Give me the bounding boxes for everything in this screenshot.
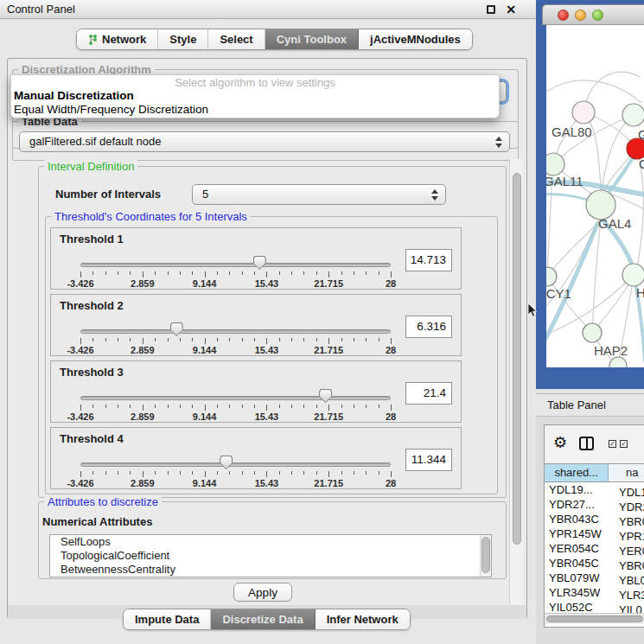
table-row[interactable]: YIL052CYIL0	[545, 601, 644, 613]
slider-tick	[180, 471, 181, 475]
slider-tick	[379, 338, 379, 341]
network-node[interactable]	[546, 267, 557, 286]
cell-name[interactable]: YLR3	[615, 589, 644, 602]
network-window-titlebar[interactable]	[542, 4, 644, 25]
network-canvas[interactable]: GAL80GACGAL11GAL4GCY1HHAP2	[546, 25, 644, 367]
threshold-value-field[interactable]: 6.316	[405, 316, 452, 338]
cell-shared-name[interactable]: YPR145W	[545, 527, 615, 540]
tab-select[interactable]: Select	[208, 29, 265, 49]
cell-shared-name[interactable]: YIL052C	[545, 601, 615, 613]
table-row[interactable]: YPR145WYPR1	[545, 527, 644, 542]
attribute-item-selfloops[interactable]: SelfLoops	[50, 535, 491, 549]
slider-tick	[328, 338, 329, 344]
algorithm-hint-option[interactable]: Select algorithm to view settings	[11, 75, 499, 89]
columns-icon[interactable]	[579, 437, 594, 450]
tab-infer-network[interactable]: Infer Network	[316, 609, 410, 629]
threshold-value-field[interactable]: 14.713	[405, 249, 452, 271]
algorithm-dropdown-popup: Select algorithm to view settings Manual…	[10, 74, 500, 118]
slider-thumb[interactable]	[170, 322, 183, 336]
tab-jactivemnodules[interactable]: jActiveMNodules	[359, 29, 472, 49]
cell-name[interactable]: YBR0	[615, 559, 644, 572]
slider-tick	[229, 271, 230, 275]
threshold-value-field[interactable]: 11.344	[405, 449, 452, 471]
numerical-attributes-label: Numerical Attributes	[42, 515, 152, 528]
cell-shared-name[interactable]: YDR27...	[545, 498, 615, 511]
cell-name[interactable]: YDL1	[615, 486, 644, 499]
numerical-attributes-list[interactable]: SelfLoopsTopologicalCoefficientBetweenne…	[49, 534, 492, 577]
network-icon	[88, 34, 98, 46]
float-window-icon[interactable]	[487, 5, 495, 14]
cell-shared-name[interactable]: YER054C	[545, 542, 615, 555]
checkbox-icon[interactable]: ✓	[609, 440, 616, 448]
network-node[interactable]	[583, 323, 602, 342]
list-scrollbar-thumb[interactable]	[481, 537, 490, 573]
panel-scrollbar[interactable]	[509, 159, 523, 605]
zoom-traffic-light[interactable]	[592, 10, 603, 21]
column-header-name[interactable]: na	[609, 464, 644, 481]
attributes-group-title: Attributes to discretize	[44, 495, 162, 508]
network-node[interactable]	[622, 104, 644, 126]
tab-impute-data[interactable]: Impute Data	[124, 609, 211, 629]
cell-shared-name[interactable]: YLR345W	[545, 586, 615, 599]
list-scrollbar[interactable]	[480, 535, 491, 577]
threshold-value-field[interactable]: 21.4	[405, 382, 452, 405]
slider-thumb[interactable]	[220, 456, 233, 469]
number-of-intervals-combobox[interactable]: 5	[192, 184, 446, 205]
table-row[interactable]: YBL079WYBL0	[545, 571, 644, 586]
table-row[interactable]: YLR345WYLR3	[545, 586, 644, 601]
cell-name[interactable]: YDR2	[615, 501, 644, 513]
combo-arrows-icon	[430, 188, 438, 202]
slider-tick	[354, 405, 354, 408]
slider-tick	[303, 338, 304, 341]
network-node[interactable]	[586, 190, 615, 220]
checkbox-icon[interactable]: ✓	[620, 440, 628, 448]
slider-thumb[interactable]	[319, 389, 332, 403]
slider-track[interactable]	[80, 263, 391, 267]
slider-track[interactable]	[80, 462, 391, 467]
table-row[interactable]: YDL19...YDL1	[545, 483, 644, 498]
attribute-item-topologicalcoefficient[interactable]: TopologicalCoefficient	[50, 549, 491, 563]
slider-track[interactable]	[80, 396, 391, 400]
cell-name[interactable]: YIL0	[615, 603, 642, 613]
panel-scrollbar-thumb[interactable]	[513, 173, 521, 545]
close-traffic-light[interactable]	[558, 10, 569, 21]
table-row[interactable]: YBR045CYBR0	[545, 557, 644, 571]
threshold-label: Threshold 3	[60, 366, 124, 379]
algorithm-option-equal-width[interactable]: Equal Width/Frequency Discretization	[11, 103, 499, 117]
cell-shared-name[interactable]: YDL19...	[545, 483, 615, 496]
network-node[interactable]	[622, 264, 644, 286]
attribute-item-betweennesscentrality[interactable]: BetweennessCentrality	[50, 563, 491, 577]
table-h-scrollbar-thumb[interactable]	[546, 615, 643, 622]
table-row[interactable]: YBR043CYBR0	[545, 513, 644, 527]
slider-thumb[interactable]	[253, 256, 266, 270]
network-node[interactable]	[609, 357, 627, 367]
apply-button[interactable]: Apply	[233, 583, 292, 602]
table-h-scrollbar[interactable]	[545, 613, 644, 624]
tab-style[interactable]: Style	[158, 29, 208, 49]
slider-tick	[366, 271, 367, 275]
slider-tick-label: 21.715	[307, 478, 350, 488]
cell-name[interactable]: YER0	[615, 545, 644, 558]
slider-track[interactable]	[80, 329, 391, 334]
cell-shared-name[interactable]: YBL079W	[545, 571, 615, 584]
cell-shared-name[interactable]: YBR043C	[545, 513, 615, 526]
table-row[interactable]: YER054CYER0	[545, 542, 644, 557]
network-node[interactable]	[572, 101, 595, 124]
column-header-shared-name[interactable]: shared...	[545, 464, 609, 481]
slider-tick	[130, 471, 131, 475]
tab-discretize-data[interactable]: Discretize Data	[211, 609, 315, 629]
minimize-traffic-light[interactable]	[575, 10, 586, 21]
algorithm-option-manual[interactable]: Manual Discretization	[11, 89, 499, 103]
table-row[interactable]: YDR27...YDR2	[545, 498, 644, 513]
cell-shared-name[interactable]: YBR045C	[545, 557, 615, 570]
slider-tick	[328, 471, 329, 477]
cell-name[interactable]: YPR1	[615, 530, 644, 543]
cell-name[interactable]: YBL0	[615, 574, 644, 587]
gear-icon[interactable]: ⚙	[553, 434, 567, 451]
network-node[interactable]	[546, 153, 564, 175]
table-data-combobox[interactable]: galFiltered.sif default node	[19, 131, 510, 152]
close-icon[interactable]: ✕	[506, 2, 516, 17]
cell-name[interactable]: YBR0	[615, 515, 644, 528]
tab-network[interactable]: Network	[77, 29, 158, 49]
tab-cyni-toolbox[interactable]: Cyni Toolbox	[265, 29, 359, 49]
